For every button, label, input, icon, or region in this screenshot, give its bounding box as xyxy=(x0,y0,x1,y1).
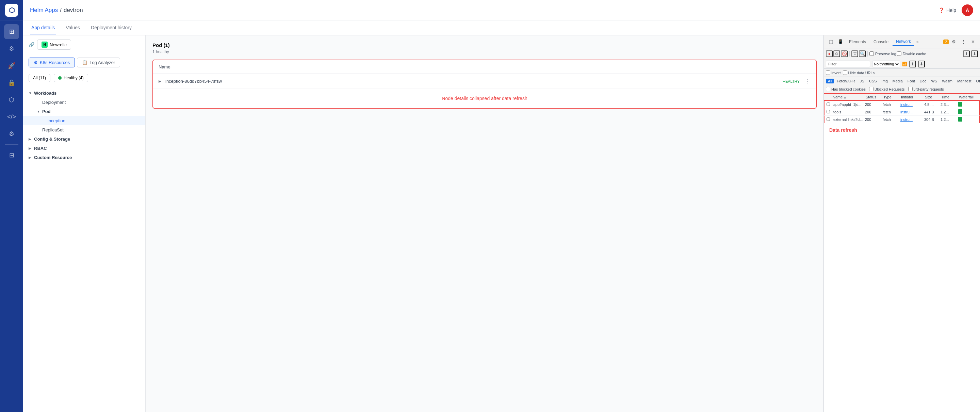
tab-app-details[interactable]: App details xyxy=(30,21,56,34)
row2-checkbox[interactable] xyxy=(826,110,833,114)
col-initiator[interactable]: Initiator xyxy=(900,95,924,99)
col-status[interactable]: Status xyxy=(865,95,883,99)
blocked-requests-checkbox[interactable] xyxy=(869,87,873,91)
sidebar-item-layers[interactable]: ⊟ xyxy=(4,148,19,163)
pod-row-expand[interactable]: ▶ xyxy=(159,79,161,83)
invert-label[interactable]: Invert xyxy=(826,70,841,75)
row1-initiator[interactable]: instru... xyxy=(900,102,924,107)
devtools-tab-elements[interactable]: Elements xyxy=(846,38,869,46)
sidebar-item-dashboard[interactable]: ⊞ xyxy=(4,24,19,39)
sidebar-item-security[interactable]: 🔒 xyxy=(4,75,19,90)
breadcrumb-link[interactable]: Helm Apps xyxy=(30,7,58,14)
stop-button[interactable]: ⊘ xyxy=(833,50,840,57)
tree-item-inception[interactable]: inception xyxy=(23,116,145,125)
help-button[interactable]: ❓ Help xyxy=(939,8,956,13)
sidebar-item-deploy[interactable]: 🚀 xyxy=(4,58,19,73)
devtools-settings-button[interactable]: ⚙ xyxy=(950,37,958,46)
download-button[interactable]: ⬇ xyxy=(971,50,978,57)
tree-item-deployment[interactable]: Deployment xyxy=(23,98,145,107)
type-pill-font[interactable]: Font xyxy=(905,79,917,83)
preserve-log-label[interactable]: Preserve log xyxy=(869,51,896,56)
type-pill-doc[interactable]: Doc xyxy=(918,79,929,83)
tab-deployment-history[interactable]: Deployment history xyxy=(89,21,133,34)
sidebar-item-apps[interactable]: ⬡ xyxy=(4,92,19,107)
type-pill-ws[interactable]: WS xyxy=(929,79,939,83)
hide-data-urls-checkbox[interactable] xyxy=(843,70,847,75)
tab-values[interactable]: Values xyxy=(64,21,81,34)
type-pill-all[interactable]: All xyxy=(826,79,834,83)
disable-cache-label[interactable]: Disable cache xyxy=(897,51,926,56)
help-label: Help xyxy=(946,8,956,13)
row2-initiator[interactable]: instru... xyxy=(900,110,924,114)
user-avatar[interactable]: A xyxy=(962,5,973,16)
col-waterfall[interactable]: Waterfall xyxy=(958,95,978,99)
search-button[interactable]: 🔍 xyxy=(859,50,865,57)
invert-checkbox[interactable] xyxy=(826,70,830,75)
k8s-resources-tab[interactable]: ⚙ K8s Resources xyxy=(29,57,75,67)
row1-name[interactable]: app?appId=1|d... xyxy=(833,102,864,107)
disable-cache-checkbox[interactable] xyxy=(897,51,901,56)
preserve-log-checkbox[interactable] xyxy=(869,51,874,56)
tree-item-custom-resource[interactable]: ▶ Custom Resource xyxy=(23,153,145,162)
network-row-2[interactable]: tools 200 fetch instru... 441 B 1.2... xyxy=(824,108,980,116)
tree-item-workloads[interactable]: ▼ Workloads xyxy=(23,88,145,98)
sidebar-item-code[interactable]: </> xyxy=(4,109,19,124)
filter-all-button[interactable]: All (11) xyxy=(29,74,50,82)
record-button[interactable]: ● xyxy=(826,50,833,57)
log-analyzer-tab[interactable]: 📋 Log Analyzer xyxy=(77,57,120,67)
sidebar-item-config[interactable]: ⚙ xyxy=(4,126,19,141)
type-pill-fetchxhr[interactable]: Fetch/XHR xyxy=(835,79,857,83)
type-pill-wasm[interactable]: Wasm xyxy=(940,79,955,83)
type-filter-bar: All Fetch/XHR JS CSS Img Media Font Doc … xyxy=(824,77,980,85)
type-pill-img[interactable]: Img xyxy=(880,79,890,83)
devtools-more-tabs[interactable]: » xyxy=(915,40,920,44)
tree-item-pod-group[interactable]: ▼ Pod xyxy=(23,107,145,116)
pod-menu-button[interactable]: ⋮ xyxy=(805,78,811,85)
import-button[interactable]: ⬆ xyxy=(909,61,916,67)
devtools-close-button[interactable]: ✕ xyxy=(969,37,977,46)
col-name[interactable]: Name xyxy=(832,95,865,99)
network-row-1[interactable]: app?appId=1|d... 200 fetch instru... 4.5… xyxy=(824,101,980,108)
upload-button[interactable]: ⬆ xyxy=(963,50,970,57)
devtools-inspect-button[interactable]: ⬚ xyxy=(827,37,835,46)
sidebar-item-gear[interactable]: ⚙ xyxy=(4,41,19,56)
clear-button[interactable]: 🚫 xyxy=(841,50,848,57)
row1-checkbox[interactable] xyxy=(826,102,833,107)
row2-name[interactable]: tools xyxy=(833,110,864,114)
third-party-label[interactable]: 3rd-party requests xyxy=(908,87,944,91)
type-pill-js[interactable]: JS xyxy=(858,79,866,83)
app-logo[interactable]: ⬡ xyxy=(0,0,23,21)
devtools-overflow-button[interactable]: ⋮ xyxy=(959,37,968,46)
healthy-indicator xyxy=(58,76,62,80)
row3-size: 304 B xyxy=(924,118,940,121)
row3-initiator[interactable]: instru... xyxy=(900,118,924,121)
network-filter-input[interactable] xyxy=(826,61,870,67)
tree-item-config-storage[interactable]: ▶ Config & Storage xyxy=(23,134,145,144)
filter-button[interactable]: ▽ xyxy=(851,50,858,57)
type-pill-other[interactable]: Other xyxy=(974,79,980,83)
hide-data-urls-label[interactable]: Hide data URLs xyxy=(843,70,875,75)
col-size[interactable]: Size xyxy=(924,95,940,99)
tree-item-rbac[interactable]: ▶ RBAC xyxy=(23,144,145,153)
type-pill-css[interactable]: CSS xyxy=(867,79,879,83)
devtools-tab-network[interactable]: Network xyxy=(892,38,914,46)
has-blocked-label[interactable]: Has blocked cookies xyxy=(826,87,865,91)
type-pill-manifest[interactable]: Manifest xyxy=(955,79,974,83)
filter-healthy-button[interactable]: Healthy (4) xyxy=(54,74,88,82)
header-right: ❓ Help A xyxy=(939,5,973,16)
network-row-3[interactable]: external-links?cl... 200 fetch instru...… xyxy=(824,116,980,123)
row3-checkbox[interactable] xyxy=(826,118,833,121)
devtools-device-button[interactable]: 📱 xyxy=(836,37,845,46)
throttle-select[interactable]: No throttling Fast 3G Slow 3G Offline xyxy=(872,61,900,67)
blocked-requests-label[interactable]: Blocked Requests xyxy=(869,87,905,91)
type-pill-media[interactable]: Media xyxy=(891,79,905,83)
has-blocked-checkbox[interactable] xyxy=(826,87,830,91)
third-party-checkbox[interactable] xyxy=(908,87,913,91)
newrelic-button[interactable]: N Newrelic xyxy=(37,40,71,50)
col-time[interactable]: Time xyxy=(940,95,958,99)
row3-name[interactable]: external-links?cl... xyxy=(833,118,864,121)
tree-item-replicaset[interactable]: ReplicaSet xyxy=(23,125,145,134)
devtools-tab-console[interactable]: Console xyxy=(870,38,892,46)
col-type[interactable]: Type xyxy=(883,95,900,99)
export-button[interactable]: ⬇ xyxy=(918,61,925,67)
